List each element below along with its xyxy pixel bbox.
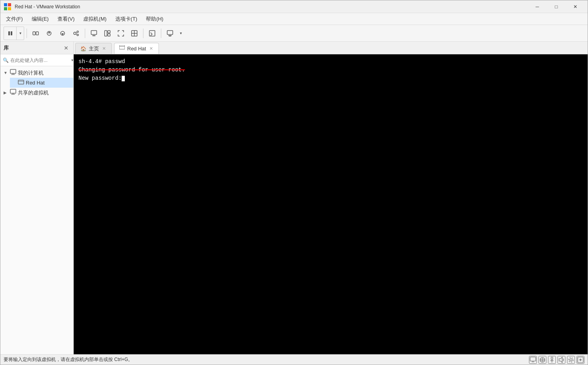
search-bar: 🔍 ▾ <box>0 54 73 66</box>
terminal-content: sh-4.4# passwd Changing password for use… <box>74 54 588 354</box>
shared-vm-icon <box>10 89 16 96</box>
title-bar: Red Hat - VMware Workstation ─ □ ✕ <box>0 0 588 13</box>
terminal-line-0: sh-4.4# passwd <box>78 58 583 66</box>
menu-bar: 文件(F)编辑(E)查看(V)虚拟机(M)选项卡(T)帮助(H) <box>0 13 588 25</box>
take-snapshot-button[interactable] <box>43 27 55 40</box>
pause-play-group: ▾ <box>4 27 24 40</box>
sep2 <box>85 29 85 38</box>
svg-rect-6 <box>33 32 35 35</box>
tree-item-shared-vms[interactable]: ▶ 共享的虚拟机 <box>0 88 73 98</box>
close-sidebar-button[interactable]: ✕ <box>62 44 70 52</box>
svg-rect-7 <box>36 32 38 35</box>
pause-button[interactable] <box>4 27 17 40</box>
red-hat-label: Red Hat <box>26 80 45 86</box>
tab-bar: 🏠 主页 ✕ Red Hat ✕ <box>74 42 588 54</box>
status-usb-icon[interactable] <box>548 356 556 364</box>
app-icon <box>4 3 11 11</box>
svg-rect-3 <box>8 7 11 10</box>
vm-display[interactable]: sh-4.4# passwd Changing password for use… <box>74 54 588 354</box>
svg-rect-16 <box>92 35 95 36</box>
tab-red-hat[interactable]: Red Hat ✕ <box>114 43 159 54</box>
status-network-icon[interactable] <box>538 356 546 364</box>
maximize-button[interactable]: □ <box>547 0 565 13</box>
menu-item-vm[interactable]: 虚拟机(M) <box>79 14 111 24</box>
search-icon: 🔍 <box>3 58 9 63</box>
status-bar: 要将输入定向到该虚拟机，请在虚拟机内部单击或按 Ctrl+G。 <box>0 354 588 365</box>
tree-expand-shared-vms: ▶ <box>4 90 9 95</box>
red-hat-tab-close[interactable]: ✕ <box>149 46 154 52</box>
terminal-cursor <box>122 76 125 81</box>
sep4 <box>161 29 161 38</box>
console-button[interactable] <box>146 27 158 40</box>
menu-item-help[interactable]: 帮助(H) <box>142 14 167 24</box>
svg-rect-24 <box>167 31 173 35</box>
svg-rect-17 <box>105 31 107 36</box>
terminal-line-2: New password: <box>78 74 583 83</box>
svg-point-11 <box>77 31 78 33</box>
svg-rect-29 <box>18 80 24 84</box>
window-title: Red Hat - VMware Workstation <box>15 4 528 10</box>
library-label: 库 <box>4 44 9 52</box>
svg-rect-36 <box>530 357 536 361</box>
svg-rect-1 <box>8 3 11 6</box>
tab-home[interactable]: 🏠 主页 ✕ <box>75 43 112 54</box>
status-screen-icon[interactable] <box>529 356 537 364</box>
svg-rect-15 <box>91 31 97 35</box>
home-tab-icon: 🏠 <box>80 46 86 52</box>
sidebar-tree: ▼ 我的计算机 <box>0 66 73 354</box>
tree-item-my-computer[interactable]: ▼ 我的计算机 <box>0 68 73 78</box>
guest-isolation-button[interactable] <box>128 27 141 40</box>
minimize-button[interactable]: ─ <box>528 0 546 13</box>
fullscreen-button[interactable] <box>115 27 127 40</box>
computer-icon <box>10 69 16 77</box>
shared-vms-label: 共享的虚拟机 <box>18 89 49 96</box>
redhat-vm-icon <box>18 79 24 86</box>
tab-and-content: 🏠 主页 ✕ Red Hat ✕ <box>74 42 588 354</box>
svg-rect-34 <box>119 45 125 49</box>
status-icons <box>529 356 584 364</box>
display-settings-button[interactable] <box>164 27 176 40</box>
svg-point-44 <box>570 359 572 361</box>
tree-expand-my-computer: ▼ <box>4 71 9 75</box>
home-tab-close[interactable]: ✕ <box>101 46 107 52</box>
svg-rect-19 <box>108 34 110 36</box>
svg-point-10 <box>74 32 76 35</box>
revert-snapshot-button[interactable] <box>56 27 69 40</box>
svg-rect-26 <box>10 69 16 73</box>
normal-view-button[interactable] <box>88 27 100 40</box>
pause-dropdown[interactable]: ▾ <box>17 27 24 40</box>
menu-item-edit[interactable]: 编辑(E) <box>28 14 53 24</box>
svg-rect-31 <box>10 89 16 93</box>
svg-line-13 <box>76 32 77 33</box>
snapshot-manager-button[interactable] <box>70 27 82 40</box>
search-input[interactable] <box>10 58 70 63</box>
tree-item-red-hat[interactable]: Red Hat <box>10 78 73 88</box>
menu-item-view[interactable]: 查看(V) <box>53 14 78 24</box>
svg-line-14 <box>76 34 77 35</box>
status-settings-icon[interactable] <box>567 356 575 364</box>
svg-rect-37 <box>532 361 534 362</box>
sep1 <box>27 29 27 38</box>
window-controls: ─ □ ✕ <box>528 0 584 13</box>
svg-rect-40 <box>551 357 553 359</box>
search-dropdown-arrow[interactable]: ▾ <box>71 58 73 62</box>
ctrl-alt-del-button[interactable] <box>29 27 42 40</box>
terminal-line-1: Changing password for user root. <box>78 66 583 74</box>
status-extend-icon[interactable] <box>577 356 584 364</box>
close-button[interactable]: ✕ <box>566 0 584 13</box>
menu-item-file[interactable]: 文件(F) <box>2 14 27 24</box>
svg-rect-18 <box>108 31 110 33</box>
status-text: 要将输入定向到该虚拟机，请在虚拟机内部单击或按 Ctrl+G。 <box>4 356 529 363</box>
red-hat-tab-label: Red Hat <box>127 46 146 52</box>
svg-rect-5 <box>11 31 12 35</box>
sep3 <box>143 29 143 38</box>
svg-point-45 <box>569 357 573 362</box>
svg-rect-0 <box>4 3 7 6</box>
svg-marker-43 <box>559 357 562 363</box>
status-sound-icon[interactable] <box>557 356 565 364</box>
unity-view-button[interactable] <box>101 27 114 40</box>
sidebar-header: 库 ✕ <box>0 42 73 54</box>
display-settings-dropdown[interactable]: ▾ <box>177 27 184 40</box>
my-computer-label: 我的计算机 <box>18 69 44 77</box>
menu-item-tabs[interactable]: 选项卡(T) <box>111 14 141 24</box>
